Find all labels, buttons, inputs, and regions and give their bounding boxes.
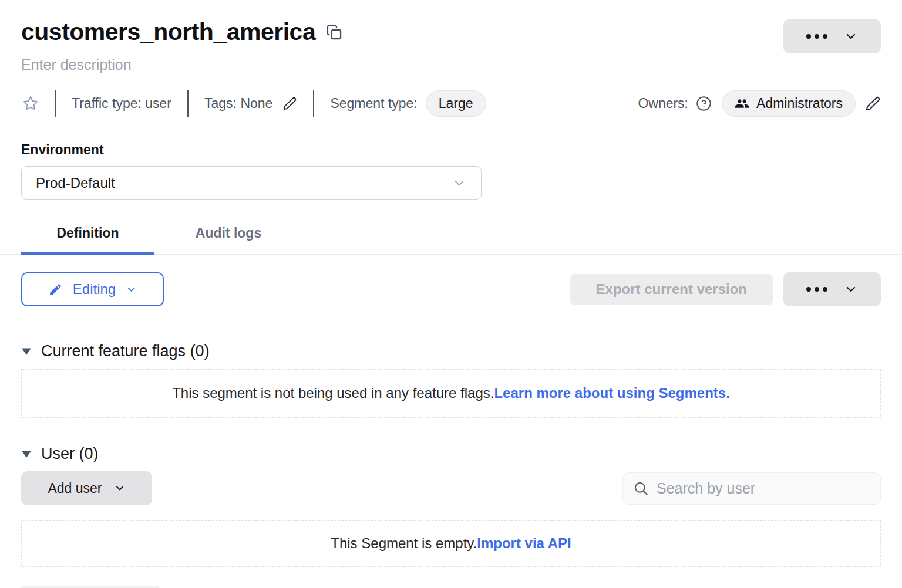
add-user-label: Add user bbox=[48, 481, 102, 496]
chevron-down-icon bbox=[844, 282, 858, 296]
edit-owners-pencil-icon[interactable] bbox=[865, 96, 881, 111]
traffic-type-label: Traffic type: user bbox=[72, 96, 171, 111]
editing-label: Editing bbox=[73, 281, 116, 298]
title-row: customers_north_america bbox=[21, 0, 881, 47]
segment-detail-page: customers_north_america Enter descriptio… bbox=[0, 0, 902, 588]
import-via-api-link[interactable]: Import via API bbox=[477, 535, 571, 552]
tags-label: Tags: None bbox=[204, 96, 272, 111]
page-title: customers_north_america bbox=[21, 16, 315, 47]
segment-type-badge: Large bbox=[426, 90, 486, 117]
user-empty-state: This Segment is empty. Import via API bbox=[21, 520, 881, 567]
export-current-version-button[interactable]: Export current version bbox=[570, 274, 773, 305]
triangle-collapse-icon bbox=[21, 347, 32, 356]
ellipsis-icon bbox=[806, 34, 827, 39]
cutoff-element-below-fold bbox=[21, 586, 159, 588]
owners-badge[interactable]: Administrators bbox=[722, 90, 856, 117]
header-more-menu-button[interactable] bbox=[783, 19, 881, 53]
owners-label: Owners: bbox=[638, 96, 688, 111]
divider bbox=[313, 90, 314, 117]
segment-type-label: Segment type: bbox=[330, 96, 417, 111]
feature-flags-empty-state: This segment is not being used in any fe… bbox=[21, 369, 881, 418]
pencil-icon bbox=[48, 282, 63, 297]
chevron-down-icon bbox=[844, 29, 858, 43]
user-empty-text: This Segment is empty. bbox=[331, 535, 477, 552]
environment-select[interactable]: Prod-Default bbox=[21, 166, 482, 200]
description-placeholder[interactable]: Enter description bbox=[21, 56, 881, 73]
user-heading-label: User (0) bbox=[41, 445, 99, 463]
environment-label: Environment bbox=[21, 142, 881, 158]
toolbar-more-menu-button[interactable] bbox=[783, 272, 881, 306]
help-circle-icon[interactable] bbox=[696, 96, 712, 111]
editing-mode-button[interactable]: Editing bbox=[21, 272, 164, 306]
ellipsis-icon bbox=[806, 287, 827, 292]
search-by-user-box bbox=[622, 472, 881, 505]
search-by-user-input[interactable] bbox=[657, 480, 870, 497]
definition-toolbar: Editing Export current version bbox=[21, 272, 881, 306]
tab-bar: Definition Audit logs bbox=[0, 225, 902, 255]
triangle-collapse-icon bbox=[21, 450, 32, 458]
owners-value: Administrators bbox=[756, 96, 843, 111]
add-user-button[interactable]: Add user bbox=[21, 471, 152, 505]
search-icon bbox=[633, 481, 649, 496]
chevron-down-icon bbox=[452, 175, 467, 191]
divider bbox=[187, 90, 189, 117]
user-toolbar: Add user bbox=[21, 471, 881, 505]
copy-icon[interactable] bbox=[326, 24, 342, 40]
tab-audit-logs[interactable]: Audit logs bbox=[154, 225, 302, 254]
star-icon[interactable] bbox=[22, 95, 39, 111]
chevron-down-icon bbox=[126, 284, 137, 295]
feature-flags-heading-label: Current feature flags (0) bbox=[41, 342, 210, 360]
chevron-down-icon bbox=[114, 482, 126, 494]
tab-definition[interactable]: Definition bbox=[21, 225, 154, 254]
feature-flags-empty-text: This segment is not being used in any fe… bbox=[172, 385, 494, 401]
divider bbox=[55, 90, 56, 117]
edit-tags-pencil-icon[interactable] bbox=[282, 96, 297, 111]
feature-flags-section-heading[interactable]: Current feature flags (0) bbox=[21, 342, 881, 360]
environment-selected-value: Prod-Default bbox=[36, 175, 115, 191]
people-icon bbox=[735, 96, 749, 111]
meta-row: Traffic type: user Tags: None Segment ty… bbox=[21, 89, 881, 117]
user-section-heading[interactable]: User (0) bbox=[21, 445, 881, 463]
learn-more-segments-link[interactable]: Learn more about using Segments. bbox=[494, 385, 729, 401]
divider bbox=[21, 322, 881, 322]
